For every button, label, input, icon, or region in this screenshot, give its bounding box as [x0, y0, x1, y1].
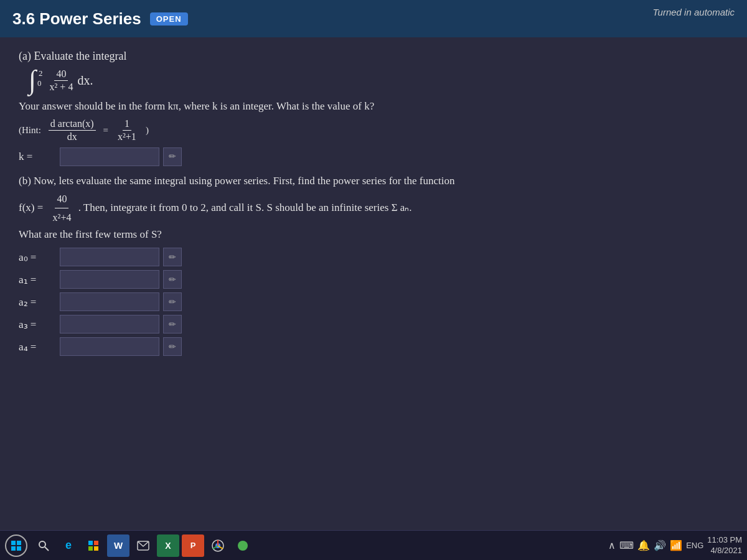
- integrand-numerator: 40: [54, 68, 68, 81]
- hint-fraction: d arctan(x) dx: [49, 118, 96, 142]
- a4-label: a₄ =: [19, 340, 56, 353]
- hint-frac-den: dx: [65, 131, 79, 142]
- part-b-description: (b) Now, lets evaluate the same integral…: [19, 172, 728, 244]
- lang-label: ENG: [686, 541, 703, 550]
- network-icon[interactable]: 📶: [670, 539, 682, 551]
- integrand-fraction: 40 x² + 4: [48, 68, 75, 93]
- page-title: 3.6 Power Series: [12, 9, 141, 29]
- a2-check-button[interactable]: ✏: [163, 292, 182, 311]
- func-rest: . Then, integrate it from 0 to 2, and ca…: [78, 201, 412, 213]
- svg-rect-3: [17, 546, 21, 551]
- k-check-button[interactable]: ✏: [163, 147, 182, 166]
- a4-input-row: a₄ = ✏: [19, 337, 728, 356]
- a0-check-button[interactable]: ✏: [163, 248, 182, 266]
- svg-rect-6: [88, 541, 93, 545]
- mail-taskbar-icon[interactable]: [132, 534, 154, 557]
- a2-input-row: a₂ = ✏: [19, 292, 728, 311]
- k-label: k =: [19, 151, 56, 163]
- func-fraction: 40 x²+4: [51, 190, 73, 226]
- taskbar-right: ∧ ⌨ 🔔 🔊 📶 ENG 11:03 PM 4/8/2021: [608, 535, 742, 556]
- chrome-taskbar-icon[interactable]: [207, 534, 229, 557]
- open-badge: OPEN: [150, 12, 188, 26]
- a0-input-row: a₀ = ✏: [19, 248, 728, 266]
- taskbar: e W X P ∧: [0, 530, 747, 560]
- a1-input-row: a₁ = ✏: [19, 270, 728, 289]
- a3-check-button[interactable]: ✏: [163, 315, 182, 334]
- windows-button[interactable]: [5, 534, 27, 557]
- a1-label: a₁ =: [19, 273, 56, 286]
- integral-lower: 0: [37, 78, 42, 88]
- svg-point-4: [39, 541, 45, 548]
- turned-in-status: Turned in automatic: [653, 6, 735, 19]
- volume-icon[interactable]: 🔊: [654, 539, 666, 551]
- header-bar: 3.6 Power Series OPEN Turned in automati…: [0, 0, 747, 37]
- hint-close: ): [146, 125, 149, 136]
- a0-label: a₀ =: [19, 251, 56, 264]
- word-taskbar-icon[interactable]: W: [107, 534, 129, 557]
- a1-input[interactable]: [60, 270, 159, 289]
- integral-display: ∫ 2 0 40 x² + 4 dx.: [29, 67, 728, 94]
- a3-input[interactable]: [60, 315, 159, 334]
- clock-time: 11:03 PM: [707, 535, 742, 546]
- a1-check-button[interactable]: ✏: [163, 270, 182, 289]
- integral-limits: 2 0: [37, 68, 43, 88]
- hint-label: (Hint:: [19, 125, 41, 136]
- k-input-row: k = ✏: [19, 147, 728, 166]
- clock-date: 4/8/2021: [707, 546, 742, 556]
- func-num: 40: [55, 190, 68, 208]
- a2-input[interactable]: [60, 292, 159, 311]
- svg-rect-1: [17, 541, 21, 545]
- circle-green-taskbar-icon[interactable]: [232, 534, 254, 557]
- caret-icon[interactable]: ∧: [608, 539, 616, 551]
- integrand-denominator: x² + 4: [48, 81, 75, 93]
- svg-rect-7: [94, 541, 98, 545]
- time-block: 11:03 PM 4/8/2021: [707, 535, 742, 556]
- excel-taskbar-icon[interactable]: X: [157, 534, 179, 557]
- integral-sign: ∫: [29, 67, 36, 94]
- hint-frac2-num: 1: [123, 118, 131, 131]
- hint-line: (Hint: d arctan(x) dx = 1 x²+1 ): [19, 118, 728, 142]
- svg-rect-8: [88, 546, 93, 551]
- part-a-description: Your answer should be in the form kπ, wh…: [19, 98, 728, 116]
- main-content: (a) Evaluate the integral ∫ 2 0 40 x² + …: [0, 37, 747, 530]
- part-a-title: (a) Evaluate the integral: [19, 50, 728, 63]
- header-title: 3.6 Power Series OPEN: [12, 9, 188, 29]
- a4-check-button[interactable]: ✏: [163, 337, 182, 356]
- search-taskbar-icon[interactable]: [32, 534, 55, 557]
- func-den: x²+4: [51, 208, 73, 226]
- svg-rect-0: [11, 541, 16, 545]
- a3-input-row: a₃ = ✏: [19, 315, 728, 334]
- svg-rect-9: [94, 546, 98, 551]
- notification-icon[interactable]: 🔔: [637, 539, 650, 551]
- a0-input[interactable]: [60, 248, 159, 266]
- a2-label: a₂ =: [19, 296, 56, 309]
- what-line: What are the first few terms of S?: [19, 228, 162, 240]
- svg-line-5: [45, 547, 49, 551]
- integral-upper: 2: [39, 68, 43, 78]
- dx-label: dx.: [77, 73, 93, 88]
- keyboard-icon[interactable]: ⌨: [619, 539, 634, 551]
- svg-point-16: [238, 541, 248, 551]
- store-taskbar-icon[interactable]: [82, 534, 105, 557]
- edge-taskbar-icon[interactable]: e: [57, 534, 80, 557]
- hint-frac2-den: x²+1: [116, 131, 138, 142]
- hint-fraction2: 1 x²+1: [116, 118, 138, 142]
- svg-rect-2: [11, 546, 16, 551]
- a4-input[interactable]: [60, 337, 159, 356]
- k-input[interactable]: [60, 147, 159, 166]
- hint-frac-num: d arctan(x): [49, 118, 96, 131]
- a3-label: a₃ =: [19, 318, 56, 331]
- powerpoint-taskbar-icon[interactable]: P: [182, 534, 204, 557]
- hint-equals: =: [103, 125, 108, 136]
- func-label: f(x) =: [19, 201, 43, 213]
